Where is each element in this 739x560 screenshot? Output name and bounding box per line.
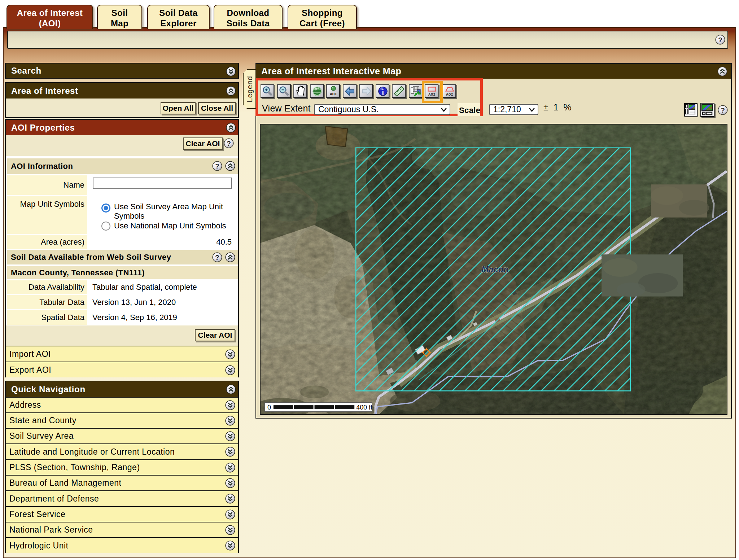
svg-text:?: ?	[227, 140, 231, 147]
svg-text:?: ?	[721, 106, 725, 114]
svg-text:AOI: AOI	[446, 92, 453, 97]
svg-text:?: ?	[215, 254, 219, 261]
svg-text:0: 0	[267, 404, 271, 411]
svg-text:i: i	[382, 88, 384, 96]
svg-text:?: ?	[215, 162, 219, 170]
svg-text:AOI: AOI	[330, 92, 337, 96]
svg-text:Macon: Macon	[481, 264, 509, 274]
svg-text:?: ?	[718, 36, 722, 44]
svg-text:400 ft: 400 ft	[356, 404, 372, 411]
